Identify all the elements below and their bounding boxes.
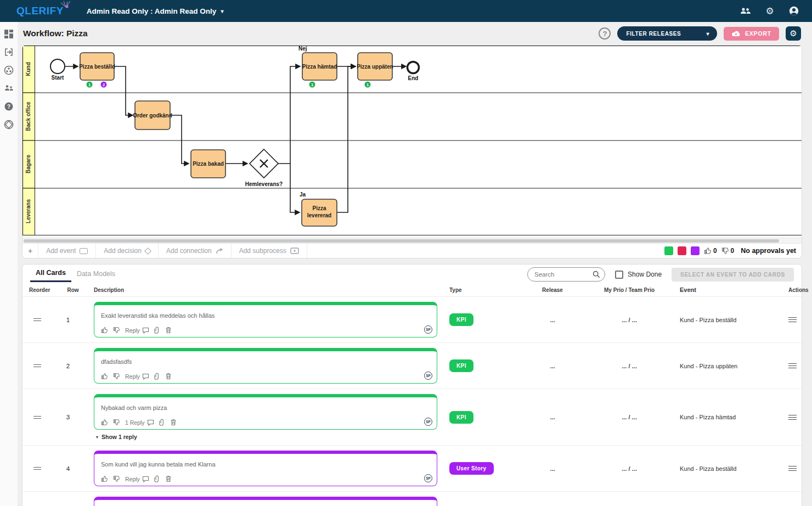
thumb-down-icon[interactable] (113, 419, 120, 426)
scrollbar-thumb[interactable] (24, 239, 779, 243)
thumb-down-icon[interactable] (113, 373, 120, 380)
community-icon[interactable] (3, 119, 14, 130)
workflow-dislikes[interactable]: 0 (721, 247, 735, 255)
card-description[interactable]: Som kund vill jag kunna betala med Swish… (94, 497, 437, 506)
connection-shape-icon (216, 248, 223, 255)
type-badge[interactable]: User Story (449, 462, 494, 475)
search-icon[interactable] (593, 271, 600, 278)
row-actions-menu[interactable] (788, 362, 812, 370)
row-actions-menu[interactable] (788, 464, 812, 473)
add-subprocess-button[interactable]: Add subprocess (232, 244, 307, 258)
event-node-order-godkand[interactable]: Order godkänd (133, 101, 172, 130)
filter-releases-button[interactable]: FILTER RELEASES ▾ (617, 26, 717, 41)
drag-handle[interactable] (33, 465, 41, 471)
add-event-button[interactable]: Add event (38, 244, 96, 258)
avatar[interactable]: SP (424, 325, 432, 334)
workflow-likes[interactable]: 0 (704, 247, 717, 255)
show-done-checkbox[interactable] (615, 271, 623, 279)
card-description[interactable]: Som kund vill jag kunna betala med Klarn… (94, 451, 437, 486)
edge-label-nej: Nej (298, 46, 307, 52)
svg-text:2: 2 (103, 82, 105, 87)
hub-icon[interactable] (3, 65, 14, 76)
tab-all-cards[interactable]: All Cards (30, 267, 71, 282)
card-description[interactable]: dfadsfasdfs Reply SP (94, 348, 437, 384)
delete-icon[interactable] (165, 373, 172, 380)
color-swatch-purple[interactable] (691, 246, 700, 255)
diagram-settings-button[interactable]: ⚙ (786, 26, 801, 41)
row-number: 1 (60, 317, 76, 323)
end-event[interactable]: End (408, 62, 419, 82)
approvals-status: No approvals yet (741, 247, 796, 255)
show-reply-link[interactable]: ▾ Show 1 reply (96, 434, 437, 440)
attachment-icon[interactable] (154, 327, 160, 334)
event-node-pizza-levererad[interactable]: Pizza levererad (302, 199, 337, 226)
avatar[interactable]: SP (424, 418, 432, 426)
thumb-up-icon[interactable] (101, 419, 108, 426)
dashboard-icon[interactable] (3, 29, 14, 40)
attachment-icon[interactable] (159, 419, 165, 426)
card-description[interactable]: Exakt leveranstid ska meddelas och hålla… (94, 302, 437, 338)
thumb-down-icon (721, 247, 729, 255)
type-badge[interactable]: KPI (449, 359, 473, 372)
tab-data-models[interactable]: Data Models (71, 268, 121, 282)
avatar[interactable]: SP (424, 372, 432, 380)
event-node-pizza-bestalld[interactable]: Pizza beställd (79, 53, 115, 80)
attachment-icon[interactable] (154, 373, 160, 380)
event-node-pizza-bakad[interactable]: Pizza bakad (191, 150, 225, 178)
thumb-up-icon[interactable] (101, 475, 108, 482)
type-badge[interactable]: KPI (449, 313, 473, 326)
add-decision-button[interactable]: Add decision (96, 244, 159, 258)
release-value[interactable]: ... (514, 363, 591, 369)
select-event-button-top[interactable]: SELECT AN EVENT TO ADD CARDS (672, 268, 794, 282)
help-circle-icon[interactable]: ? (599, 27, 611, 40)
help-icon[interactable]: ? (3, 101, 14, 112)
prio-value[interactable]: ... / ... (591, 317, 668, 323)
delete-icon[interactable] (165, 475, 172, 482)
reply-button[interactable]: Reply (125, 476, 149, 482)
drag-handle[interactable] (33, 414, 41, 420)
release-value[interactable]: ... (514, 465, 591, 472)
delete-icon[interactable] (170, 419, 177, 426)
workspace-selector[interactable]: Admin Read Only : Admin Read Only ▾ (87, 7, 224, 15)
event-node-pizza-hamtad[interactable]: Pizza hämtad (302, 53, 337, 80)
release-value[interactable]: ... (514, 317, 591, 323)
delete-icon[interactable] (165, 327, 172, 334)
card-description[interactable]: Nybakad och varm pizza 1 Reply SP (94, 394, 437, 430)
prio-value[interactable]: ... / ... (591, 465, 668, 472)
thumb-up-icon[interactable] (101, 327, 108, 334)
add-subprocess-label: Add subprocess (239, 247, 286, 255)
color-swatch-green[interactable] (664, 246, 673, 255)
drag-handle[interactable] (33, 317, 41, 323)
drag-handle[interactable] (33, 363, 41, 369)
members-icon[interactable] (740, 5, 752, 17)
reply-label: 1 Reply (125, 419, 145, 426)
workspace-selector-label: Admin Read Only : Admin Read Only (87, 7, 217, 15)
reply-button[interactable]: Reply (125, 373, 149, 380)
row-actions-menu[interactable] (788, 316, 812, 324)
type-badge[interactable]: KPI (449, 411, 473, 424)
row-actions-menu[interactable] (788, 413, 812, 421)
show-done-toggle[interactable]: Show Done (615, 271, 662, 279)
avatar[interactable]: SP (424, 474, 432, 482)
exit-to-app-icon[interactable] (3, 47, 14, 58)
thumb-down-icon[interactable] (113, 475, 120, 482)
export-button[interactable]: EXPORT (724, 27, 779, 41)
add-connection-button[interactable]: Add connection (159, 244, 232, 258)
reply-button[interactable]: Reply (125, 327, 149, 334)
start-event[interactable]: Start (50, 59, 65, 81)
attachment-icon[interactable] (154, 475, 160, 482)
reply-button[interactable]: 1 Reply (125, 419, 154, 426)
color-swatch-crimson[interactable] (678, 246, 686, 255)
prio-value[interactable]: ... / ... (591, 414, 668, 420)
release-value[interactable]: ... (514, 414, 591, 420)
thumb-down-icon[interactable] (113, 327, 120, 334)
settings-gear-icon[interactable]: ⚙ (764, 5, 776, 17)
qlerify-logo[interactable]: QLERIFY (16, 5, 64, 17)
add-lane-button[interactable]: + (22, 244, 38, 258)
event-node-pizza-uppaten[interactable]: Pizza uppäten (357, 53, 393, 80)
account-icon[interactable] (788, 5, 800, 17)
team-icon[interactable] (3, 83, 14, 94)
table-header: Reorder Row Description Type Release My … (22, 282, 802, 296)
prio-value[interactable]: ... / ... (591, 363, 668, 369)
thumb-up-icon[interactable] (101, 373, 108, 380)
